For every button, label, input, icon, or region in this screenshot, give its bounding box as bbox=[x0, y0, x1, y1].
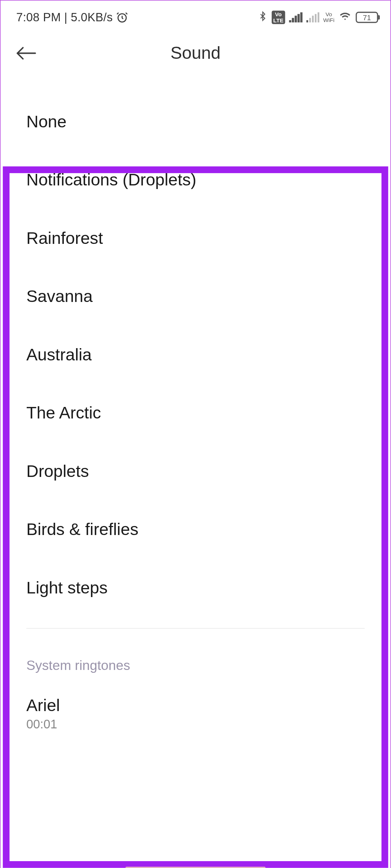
bluetooth-icon bbox=[258, 10, 268, 25]
signal-icon-2 bbox=[306, 12, 319, 22]
sound-item-savanna[interactable]: Savanna bbox=[1, 267, 391, 326]
header: Sound bbox=[1, 32, 391, 75]
ringtone-duration: 00:01 bbox=[26, 717, 365, 732]
wifi-icon bbox=[338, 11, 352, 24]
back-button[interactable] bbox=[16, 43, 36, 63]
status-bar: 7:08 PM | 5.0KB/s VoLTE Vo WiFi 71 bbox=[1, 1, 391, 32]
ringtone-item-ariel[interactable]: Ariel 00:01 bbox=[1, 680, 391, 747]
section-label-system-ringtones: System ringtones bbox=[1, 640, 391, 680]
signal-icon bbox=[289, 12, 302, 22]
status-speed: 5.0KB/s bbox=[71, 11, 113, 24]
vowifi-icon: Vo WiFi bbox=[323, 12, 334, 23]
divider bbox=[26, 628, 365, 629]
status-left: 7:08 PM | 5.0KB/s bbox=[16, 11, 128, 24]
alarm-icon bbox=[116, 11, 128, 23]
sound-list: None Notifications (Droplets) Rainforest… bbox=[1, 75, 391, 748]
status-right: VoLTE Vo WiFi 71 bbox=[258, 10, 378, 25]
home-indicator[interactable] bbox=[126, 867, 265, 868]
sound-item-none[interactable]: None bbox=[1, 92, 391, 151]
status-time: 7:08 PM bbox=[16, 11, 61, 24]
sound-item-australia[interactable]: Australia bbox=[1, 325, 391, 384]
sound-item-rainforest[interactable]: Rainforest bbox=[1, 209, 391, 267]
sound-item-light-steps[interactable]: Light steps bbox=[1, 558, 391, 617]
ringtone-title: Ariel bbox=[26, 696, 365, 715]
sound-item-droplets[interactable]: Droplets bbox=[1, 442, 391, 500]
sound-item-notifications-droplets[interactable]: Notifications (Droplets) bbox=[1, 151, 391, 209]
battery-icon: 71 bbox=[356, 12, 378, 23]
sound-item-the-arctic[interactable]: The Arctic bbox=[1, 384, 391, 442]
page-title: Sound bbox=[170, 43, 220, 63]
sound-item-birds-fireflies[interactable]: Birds & fireflies bbox=[1, 500, 391, 559]
volte-icon: VoLTE bbox=[272, 11, 285, 24]
